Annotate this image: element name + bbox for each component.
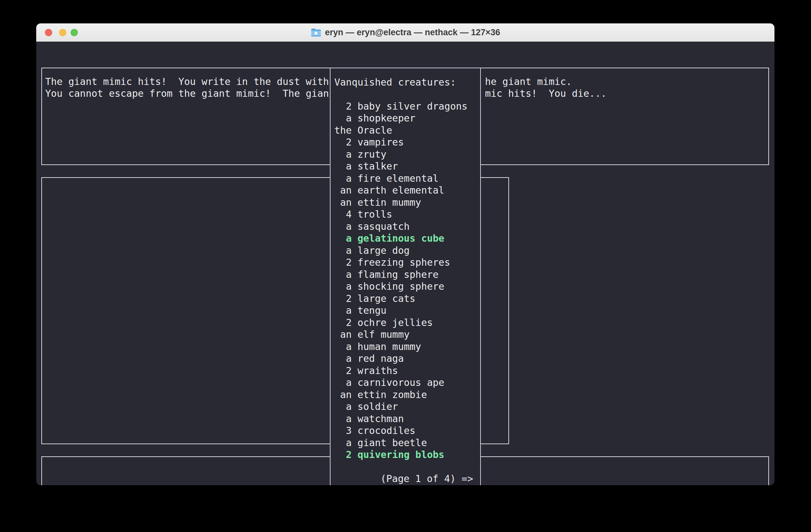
menu-item: a fire elemental <box>334 172 439 185</box>
close-button[interactable] <box>45 29 52 36</box>
menu-item: a tengu <box>334 304 386 317</box>
menu-item: an ettin zombie <box>334 389 427 401</box>
terminal-screen[interactable]: The giant mimic hits! You write in the d… <box>36 42 775 485</box>
menu-item: 2 vampires <box>334 136 404 148</box>
menu-item: 2 freezing spheres <box>334 256 450 269</box>
menu-item: a stalker <box>334 160 398 172</box>
menu-item: 2 ochre jellies <box>334 317 433 329</box>
menu-title: Vanquished creatures: <box>334 76 456 89</box>
menu-item: a gelatinous cube <box>334 232 444 245</box>
page-indicator: (Page 1 of 4) => <box>381 473 473 485</box>
menu-item: 2 wraiths <box>334 365 398 377</box>
message-line-2-continued: mic hits! You die... <box>485 88 607 100</box>
minimize-button[interactable] <box>59 29 66 36</box>
menu-item: a carnivorous ape <box>334 377 444 389</box>
menu-item: a flaming sphere <box>334 269 439 281</box>
desktop: { "window": { "title": "eryn — eryn@elec… <box>0 0 811 532</box>
folder-icon <box>311 28 322 37</box>
terminal-window: eryn — eryn@electra — nethack — 127×36 T… <box>36 24 775 485</box>
menu-item: an ettin mummy <box>334 197 421 209</box>
menu-item: a human mummy <box>334 341 421 353</box>
menu-item: 2 large cats <box>334 293 415 305</box>
menu-item: 2 baby silver dragons <box>334 100 468 112</box>
menu-item: a large dog <box>334 245 410 257</box>
zoom-button[interactable] <box>71 29 78 36</box>
menu-item: a red naga <box>334 353 404 365</box>
window-titlebar[interactable]: eryn — eryn@electra — nethack — 127×36 <box>36 24 775 42</box>
menu-item: a sasquatch <box>334 220 410 233</box>
message-line-1: The giant mimic hits! You write in the d… <box>45 76 329 88</box>
menu-item: 2 quivering blobs <box>334 449 444 461</box>
menu-item: 4 trolls <box>334 208 392 220</box>
menu-item: a giant beetle <box>334 437 427 449</box>
menu-item: a soldier <box>334 401 398 413</box>
menu-item: an earth elemental <box>334 184 444 197</box>
menu-item: a shocking sphere <box>334 280 444 293</box>
menu-item: a zruty <box>334 148 386 160</box>
menu-item: an elf mummy <box>334 328 410 341</box>
menu-item: the Oracle <box>334 124 392 137</box>
menu-item: a watchman <box>334 413 404 425</box>
window-title: eryn — eryn@electra — nethack — 127×36 <box>325 28 500 37</box>
message-line-2: You cannot escape from the giant mimic! … <box>45 88 329 100</box>
message-line-1-continued: he giant mimic. <box>485 76 572 88</box>
menu-item: a shopkeeper <box>334 112 415 124</box>
vanquished-creatures-panel: Vanquished creatures: 2 baby silver drag… <box>330 68 481 485</box>
menu-item: 3 crocodiles <box>334 425 415 437</box>
